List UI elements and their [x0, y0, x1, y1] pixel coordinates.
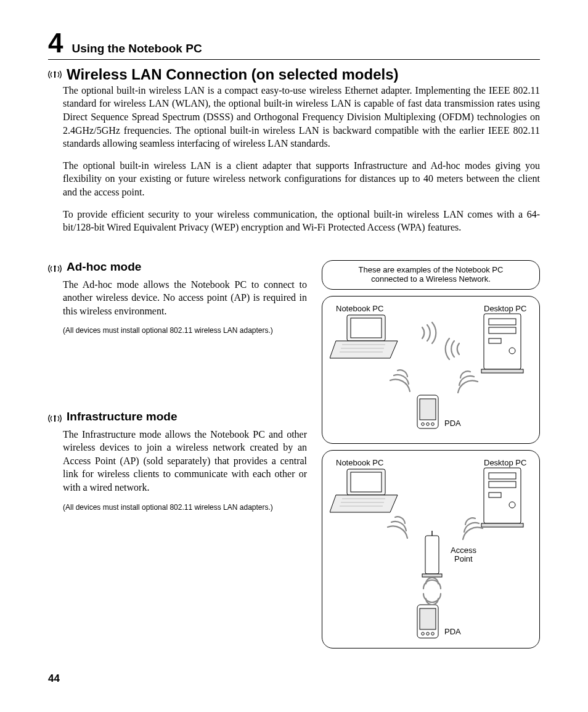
chapter-number: 4 [48, 30, 63, 57]
section-heading-row: Wireless LAN Connection (on selected mod… [48, 66, 540, 84]
svg-rect-34 [422, 574, 442, 577]
figure-caption-panel: These are examples of the Notebook PC co… [322, 260, 540, 290]
svg-point-1 [54, 72, 55, 73]
page-number: 44 [48, 673, 60, 684]
svg-rect-23 [351, 472, 382, 492]
svg-rect-29 [489, 481, 516, 488]
right-column: These are examples of the Notebook PC co… [322, 260, 540, 655]
mode-columns: Ad-hoc mode The Ad-hoc mode allows the N… [48, 260, 540, 655]
infra-diagram: Notebook PC Desktop PC Access Point PDA [330, 457, 533, 642]
svg-rect-13 [489, 327, 516, 333]
wifi-icon [48, 413, 62, 424]
h2-infra: Infrastructure mode [67, 410, 177, 424]
infra-body: The Infrastructure mode allows the Noteb… [63, 428, 307, 494]
wifi-icon [48, 263, 62, 274]
svg-point-19 [422, 422, 425, 425]
svg-point-5 [54, 415, 55, 417]
label-ap-2: Point [454, 554, 473, 563]
infra-note: (All devices must install optional 802.1… [63, 503, 307, 513]
svg-point-39 [427, 632, 430, 635]
label-ap-1: Access [451, 546, 476, 555]
h1-wireless-lan: Wireless LAN Connection (on selected mod… [67, 66, 399, 84]
svg-rect-0 [54, 73, 55, 78]
chapter-title: Using the Notebook PC [71, 43, 202, 54]
svg-rect-2 [54, 267, 55, 272]
svg-point-20 [427, 422, 430, 425]
chapter-header: 4 Using the Notebook PC [48, 30, 540, 57]
svg-rect-12 [489, 319, 516, 325]
label-notebook: Notebook PC [336, 304, 383, 313]
label-desktop: Desktop PC [484, 458, 526, 467]
svg-rect-37 [420, 608, 436, 629]
label-notebook: Notebook PC [336, 458, 383, 467]
intro-p2: The optional built-in wireless LAN is a … [63, 159, 540, 199]
infra-heading-row: Infrastructure mode [48, 410, 307, 428]
adhoc-note: (All devices must install optional 802.1… [63, 326, 307, 336]
adhoc-body: The Ad-hoc mode allows the Notebook PC t… [63, 278, 307, 318]
svg-point-21 [431, 422, 435, 425]
svg-point-38 [422, 632, 425, 635]
svg-rect-14 [489, 338, 501, 343]
adhoc-heading-row: Ad-hoc mode [48, 260, 307, 278]
adhoc-diagram: Notebook PC Desktop PC PDA [330, 303, 533, 437]
adhoc-diagram-panel: Notebook PC Desktop PC PDA [322, 296, 540, 444]
figure-caption: These are examples of the Notebook PC co… [359, 265, 504, 284]
infra-diagram-panel: Notebook PC Desktop PC Access Point PDA [322, 450, 540, 649]
svg-rect-32 [481, 523, 523, 527]
left-column: Ad-hoc mode The Ad-hoc mode allows the N… [48, 260, 307, 513]
svg-point-40 [431, 632, 435, 635]
svg-point-31 [509, 502, 515, 508]
intro-p3: To provide efficient security to your wi… [63, 208, 540, 234]
svg-point-3 [54, 266, 55, 268]
svg-rect-4 [54, 417, 55, 422]
intro-p1: The optional built-in wireless LAN is a … [63, 84, 540, 150]
h2-adhoc: Ad-hoc mode [67, 260, 141, 274]
svg-rect-7 [351, 318, 382, 338]
label-pda: PDA [444, 419, 461, 428]
page: 4 Using the Notebook PC Wireless LAN Con… [0, 0, 588, 712]
svg-rect-28 [489, 473, 516, 479]
wifi-icon [48, 69, 62, 80]
label-pda: PDA [444, 627, 461, 636]
svg-rect-33 [425, 536, 439, 574]
svg-rect-30 [489, 493, 501, 497]
label-desktop: Desktop PC [484, 304, 526, 313]
svg-rect-16 [481, 369, 523, 373]
header-rule [48, 59, 540, 60]
svg-point-15 [509, 348, 515, 354]
svg-rect-18 [420, 399, 436, 420]
